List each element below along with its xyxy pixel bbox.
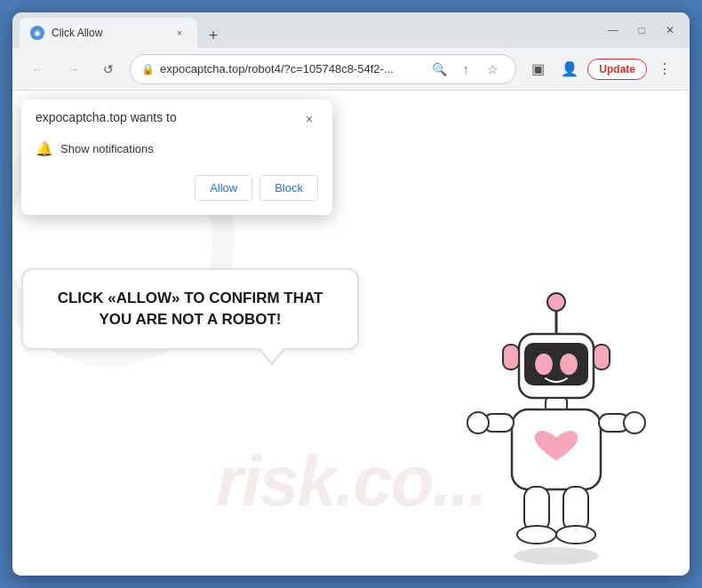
split-view-button[interactable]: ▣: [523, 55, 552, 83]
popup-close-button[interactable]: ×: [300, 110, 318, 128]
tab-close-button[interactable]: ×: [172, 26, 187, 40]
back-button[interactable]: ←: [23, 55, 52, 83]
robot-illustration: [459, 274, 654, 558]
forward-button[interactable]: →: [59, 55, 87, 83]
speech-bubble-area: CLICK «ALLOW» TO CONFIRM THAT YOU ARE NO…: [21, 268, 359, 350]
svg-rect-16: [563, 487, 588, 531]
address-actions: 🔍 ↑ ☆: [427, 57, 505, 82]
more-button[interactable]: ⋮: [650, 55, 679, 83]
minimize-button[interactable]: —: [601, 18, 626, 43]
svg-rect-6: [503, 345, 519, 369]
bell-icon: 🔔: [36, 140, 53, 157]
block-button[interactable]: Block: [259, 175, 318, 201]
tab-area: ◉ Click Allow × +: [20, 12, 601, 48]
svg-point-17: [556, 526, 595, 544]
new-tab-button[interactable]: +: [201, 23, 226, 48]
popup-header: expocaptcha.top wants to ×: [36, 110, 318, 128]
search-button[interactable]: 🔍: [427, 57, 451, 82]
tab-favicon: ◉: [30, 26, 44, 40]
svg-point-18: [514, 547, 599, 565]
browser-window: ◉ Click Allow × + — □ ✕ ← → ↺ 🔒 expocapt…: [12, 12, 690, 576]
svg-rect-7: [594, 345, 610, 369]
window-close-button[interactable]: ✕: [658, 18, 682, 43]
toolbar: ← → ↺ 🔒 expocaptcha.top/robot4/?c=105748…: [12, 48, 690, 91]
popup-permission-text: Show notifications: [60, 142, 154, 155]
notification-popup: expocaptcha.top wants to × 🔔 Show notifi…: [21, 99, 332, 215]
lock-icon: 🔒: [141, 63, 155, 75]
toolbar-right: ▣ 👤 Update ⋮: [523, 55, 679, 83]
address-bar[interactable]: 🔒 expocaptcha.top/robot4/?c=105748c8-54f…: [130, 54, 516, 84]
page-content: risk.co... expocaptcha.top wants to × 🔔 …: [12, 91, 690, 576]
share-button[interactable]: ↑: [453, 57, 478, 82]
speech-bubble: CLICK «ALLOW» TO CONFIRM THAT YOU ARE NO…: [21, 268, 359, 350]
captcha-message: CLICK «ALLOW» TO CONFIRM THAT YOU ARE NO…: [44, 288, 336, 330]
browser-tab[interactable]: ◉ Click Allow ×: [20, 18, 197, 48]
profile-button[interactable]: 👤: [555, 55, 584, 83]
bookmark-button[interactable]: ☆: [480, 57, 505, 82]
svg-point-13: [624, 412, 645, 433]
maximize-button[interactable]: □: [629, 18, 654, 43]
url-text: expocaptcha.top/robot4/?c=105748c8-54f2-…: [160, 62, 421, 75]
tab-title: Click Allow: [52, 27, 165, 39]
popup-actions: Allow Block: [36, 175, 318, 201]
svg-point-4: [535, 354, 553, 375]
svg-point-5: [560, 354, 578, 375]
svg-rect-3: [524, 343, 588, 385]
svg-point-15: [517, 526, 556, 544]
svg-rect-14: [524, 487, 549, 531]
reload-button[interactable]: ↺: [94, 55, 123, 83]
title-bar: ◉ Click Allow × + — □ ✕: [12, 12, 690, 48]
svg-point-1: [547, 293, 565, 311]
update-button[interactable]: Update: [587, 59, 647, 80]
allow-button[interactable]: Allow: [195, 175, 252, 201]
window-controls: — □ ✕: [601, 18, 682, 43]
popup-site-text: expocaptcha.top wants to: [36, 110, 177, 124]
svg-point-11: [467, 412, 489, 433]
popup-permission-row: 🔔 Show notifications: [36, 137, 318, 161]
